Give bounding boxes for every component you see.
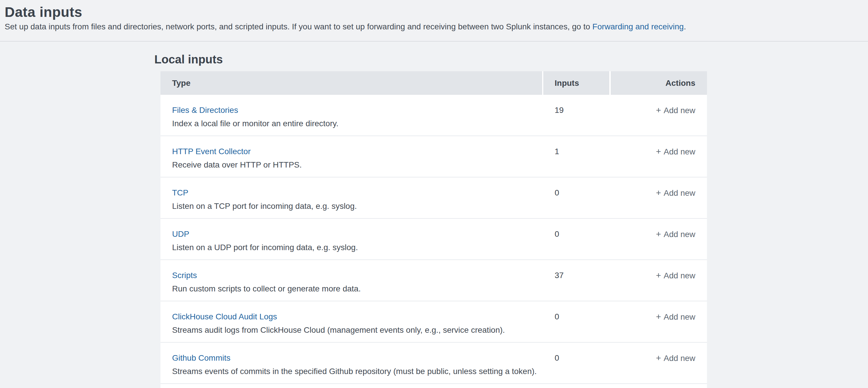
add-new-label: Add new [664, 230, 695, 239]
inputs-count: 0 [543, 342, 611, 383]
input-type-description: Listen on a TCP port for incoming data, … [172, 201, 543, 211]
table-row: Github Commits Streams events of commits… [160, 342, 707, 384]
table-row: ClickHouse Cloud Audit Logs Streams audi… [160, 301, 707, 342]
actions-cell: +Add new [611, 219, 707, 260]
plus-icon: + [656, 147, 661, 156]
input-type-link[interactable]: ClickHouse Cloud Audit Logs [172, 312, 543, 322]
table-body: Files & Directories Index a local file o… [160, 95, 707, 384]
actions-cell: +Add new [611, 260, 707, 301]
add-new-label: Add new [664, 147, 695, 156]
plus-icon: + [656, 353, 661, 363]
input-type-description: Streams events of commits in the specifi… [172, 366, 543, 376]
table-row: UDP Listen on a UDP port for incoming da… [160, 219, 707, 260]
type-cell: ClickHouse Cloud Audit Logs Streams audi… [160, 301, 543, 342]
inputs-count: 37 [543, 260, 611, 301]
local-inputs-section: Local inputs Type Inputs Actions Files &… [160, 53, 707, 388]
input-type-description: Receive data over HTTP or HTTPS. [172, 160, 543, 170]
page-subtitle-period: . [684, 22, 686, 31]
input-type-description: Streams audit logs from ClickHouse Cloud… [172, 325, 543, 335]
add-new-label: Add new [664, 106, 695, 115]
inputs-count: 19 [543, 95, 611, 136]
input-type-link[interactable]: Github Commits [172, 353, 543, 363]
inputs-count: 0 [543, 219, 611, 260]
actions-cell: +Add new [611, 301, 707, 342]
type-cell: Github Commits Streams events of commits… [160, 342, 543, 383]
table-row: Scripts Run custom scripts to collect or… [160, 260, 707, 301]
column-header-inputs: Inputs [543, 71, 609, 95]
input-type-description: Run custom scripts to collect or generat… [172, 284, 543, 294]
input-type-link[interactable]: Files & Directories [172, 105, 543, 115]
section-heading: Local inputs [154, 53, 707, 66]
plus-icon: + [656, 105, 661, 115]
plus-icon: + [656, 229, 661, 239]
input-type-link[interactable]: TCP [172, 188, 543, 198]
table-row-partial [160, 384, 707, 388]
table-row: Files & Directories Index a local file o… [160, 95, 707, 136]
actions-cell: +Add new [611, 177, 707, 218]
input-type-link[interactable]: Scripts [172, 270, 543, 280]
add-new-button[interactable]: +Add new [656, 106, 695, 115]
add-new-button[interactable]: +Add new [656, 147, 695, 156]
page-title: Data inputs [5, 4, 868, 20]
inputs-count: 1 [543, 136, 611, 177]
type-cell: UDP Listen on a UDP port for incoming da… [160, 219, 543, 260]
type-cell: Files & Directories Index a local file o… [160, 95, 543, 136]
plus-icon: + [656, 270, 661, 280]
type-cell: Scripts Run custom scripts to collect or… [160, 260, 543, 301]
add-new-button[interactable]: +Add new [656, 312, 695, 321]
add-new-label: Add new [664, 188, 695, 198]
page-subtitle-text: Set up data inputs from files and direct… [5, 22, 592, 31]
add-new-label: Add new [664, 354, 695, 363]
column-header-actions: Actions [611, 71, 707, 95]
input-type-link[interactable]: HTTP Event Collector [172, 147, 543, 156]
actions-cell: +Add new [611, 95, 707, 136]
plus-icon: + [656, 188, 661, 198]
plus-icon: + [656, 312, 661, 321]
column-header-type: Type [160, 71, 542, 95]
table-row: TCP Listen on a TCP port for incoming da… [160, 177, 707, 219]
add-new-button[interactable]: +Add new [656, 354, 695, 363]
forwarding-and-receiving-link[interactable]: Forwarding and receiving [592, 22, 684, 31]
input-type-link[interactable]: UDP [172, 229, 543, 239]
data-inputs-table: Type Inputs Actions Files & Directories … [160, 71, 707, 388]
add-new-button[interactable]: +Add new [656, 188, 695, 198]
table-header-row: Type Inputs Actions [160, 71, 707, 95]
table-row: HTTP Event Collector Receive data over H… [160, 136, 707, 177]
inputs-count: 0 [543, 177, 611, 218]
actions-cell: +Add new [611, 342, 707, 383]
input-type-description: Listen on a UDP port for incoming data, … [172, 243, 543, 252]
input-type-description: Index a local file or monitor an entire … [172, 119, 543, 128]
inputs-count: 0 [543, 301, 611, 342]
page-subtitle: Set up data inputs from files and direct… [5, 22, 868, 32]
type-cell: TCP Listen on a TCP port for incoming da… [160, 177, 543, 218]
actions-cell: +Add new [611, 136, 707, 177]
type-cell: HTTP Event Collector Receive data over H… [160, 136, 543, 177]
add-new-button[interactable]: +Add new [656, 230, 695, 239]
add-new-label: Add new [664, 271, 695, 280]
add-new-label: Add new [664, 312, 695, 321]
add-new-button[interactable]: +Add new [656, 271, 695, 280]
page-header: Data inputs Set up data inputs from file… [0, 0, 868, 41]
